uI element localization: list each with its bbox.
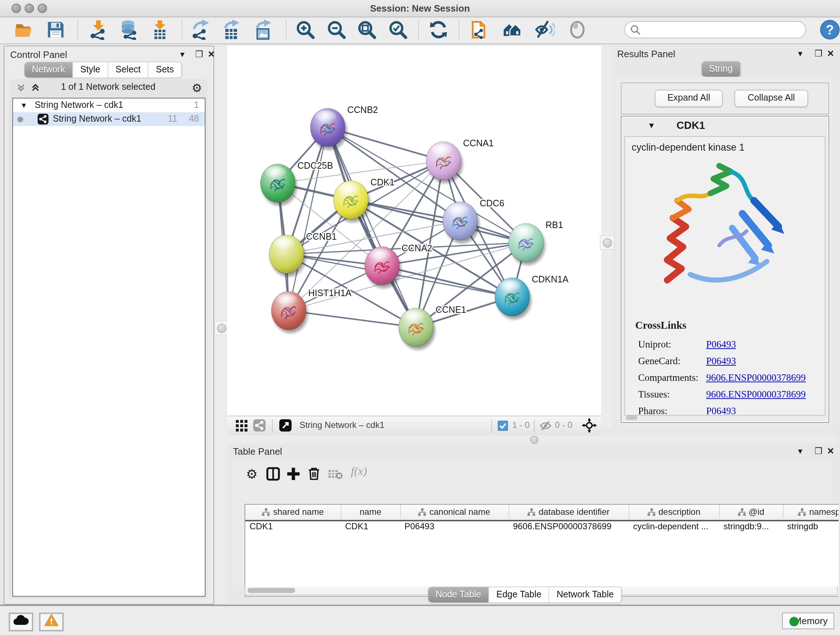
network-from-file-button[interactable]: [470, 19, 490, 40]
column-header-database-identifier[interactable]: database identifier: [508, 505, 630, 518]
table-cell[interactable]: stringdb:9...: [719, 521, 783, 534]
panel-menu-icon[interactable]: ▾: [798, 49, 802, 58]
title-bar: Session: New Session: [0, 0, 840, 17]
zoom-selected-button[interactable]: [388, 19, 408, 40]
column-header--id[interactable]: @id: [719, 505, 783, 518]
tab-node-table[interactable]: Node Table: [428, 587, 489, 602]
zoom-in-button[interactable]: [295, 19, 316, 40]
search-field[interactable]: [624, 21, 806, 38]
horizontal-splitter-handle[interactable]: [531, 436, 538, 444]
tab-network-table[interactable]: Network Table: [549, 587, 622, 602]
export-table-button[interactable]: [221, 19, 242, 40]
network-edge-count: 48: [189, 112, 199, 126]
column-header-canonical-name[interactable]: canonical name: [400, 505, 509, 518]
tab-select[interactable]: Select: [108, 62, 149, 78]
float-panel-icon[interactable]: ❒: [195, 50, 203, 59]
crosslink-link[interactable]: P06493: [706, 339, 736, 350]
show-columns-icon[interactable]: [266, 467, 280, 481]
float-panel-icon[interactable]: ❒: [815, 49, 823, 58]
network-edge[interactable]: [289, 127, 328, 310]
open-in-window-icon[interactable]: [279, 419, 292, 432]
network-canvas[interactable]: CCNB2CCNA1CDC25BCDK1CDC6RB1CCNB1CCNA2CDK…: [227, 46, 601, 416]
home-button[interactable]: [502, 19, 523, 40]
crosslink-link[interactable]: P06493: [706, 356, 736, 367]
delete-column-icon[interactable]: [308, 466, 321, 481]
float-panel-icon[interactable]: ❒: [815, 447, 823, 455]
network-edge[interactable]: [382, 266, 512, 297]
crosslink-link[interactable]: P06493: [706, 405, 736, 416]
table-cell[interactable]: stringdb: [783, 521, 838, 534]
results-scrollbar-thumb[interactable]: [626, 416, 638, 420]
tab-string[interactable]: String: [702, 62, 741, 77]
table-cell[interactable]: cyclin-dependent ...: [629, 521, 719, 534]
cloud-status-button[interactable]: [9, 613, 33, 631]
import-table-button[interactable]: [150, 19, 170, 40]
column-header-name[interactable]: name: [341, 505, 401, 518]
export-network-button[interactable]: [190, 19, 210, 40]
table-cell[interactable]: CDK1: [245, 521, 341, 534]
warning-status-button[interactable]: [39, 613, 64, 631]
hidden-eye-icon[interactable]: [540, 421, 551, 431]
refresh-layout-button[interactable]: [428, 19, 448, 40]
scrollbar-thumb[interactable]: [248, 588, 295, 593]
search-input[interactable]: [644, 22, 799, 37]
network-share-icon[interactable]: [253, 419, 265, 432]
node-table[interactable]: shared namenamecanonical namedatabase id…: [245, 504, 838, 597]
collapse-protein-icon[interactable]: ▼: [647, 121, 655, 130]
function-builder-icon[interactable]: f(x): [351, 465, 367, 478]
table-options-gear-icon[interactable]: ⚙: [246, 468, 257, 481]
crosslink-link[interactable]: 9606.ENSP00000378699: [706, 389, 806, 401]
table-cell[interactable]: P06493: [400, 521, 508, 534]
column-header-description[interactable]: description: [629, 505, 720, 518]
crosslink-link[interactable]: 9606.ENSP00000378699: [706, 372, 806, 384]
table-cell[interactable]: CDK1: [341, 521, 400, 534]
network-collection-row[interactable]: ▼ String Network – cdk1 1: [13, 98, 205, 112]
collapse-all-button[interactable]: Collapse All: [734, 90, 808, 107]
tab-edge-table[interactable]: Edge Table: [489, 587, 549, 602]
zoom-out-button[interactable]: [326, 19, 347, 40]
tab-sets[interactable]: Sets: [149, 62, 182, 78]
close-panel-icon[interactable]: ✕: [827, 49, 834, 58]
help-button[interactable]: ?: [820, 19, 840, 40]
right-splitter[interactable]: [601, 46, 612, 427]
selected-checkbox-icon[interactable]: [498, 421, 508, 431]
left-splitter-handle[interactable]: [214, 321, 229, 335]
network-node-cdc6[interactable]: [443, 202, 479, 243]
node-position-tool-icon[interactable]: [582, 418, 597, 433]
memory-button[interactable]: Memory: [782, 613, 834, 629]
node-label-rb1: RB1: [546, 220, 563, 230]
panel-menu-icon[interactable]: ▾: [798, 447, 802, 455]
render-mode-button[interactable]: [567, 19, 587, 40]
network-row[interactable]: String Network – cdk1 11 48: [13, 112, 205, 126]
close-panel-icon[interactable]: ✕: [827, 447, 834, 455]
network-node-ccne1[interactable]: [399, 308, 435, 350]
network-node-cdkn1a[interactable]: [495, 278, 531, 319]
zoom-fit-button[interactable]: [357, 19, 377, 40]
network-options-gear-icon[interactable]: ⚙: [192, 81, 202, 95]
network-node-ccna2[interactable]: [365, 247, 401, 288]
hide-graphics-details-button[interactable]: [535, 19, 555, 40]
collection-expand-icon[interactable]: ▼: [20, 98, 27, 112]
grid-view-icon[interactable]: [236, 420, 248, 432]
network-node-cdc25b[interactable]: [261, 164, 297, 206]
import-network-button[interactable]: [88, 19, 109, 40]
tab-network[interactable]: Network: [25, 62, 73, 78]
panel-menu-icon[interactable]: ▾: [180, 50, 185, 59]
save-session-button[interactable]: [46, 19, 66, 40]
left-splitter[interactable]: [214, 46, 227, 603]
network-node-rb1[interactable]: [508, 223, 545, 265]
column-header-namespace[interactable]: namespace: [783, 505, 838, 518]
network-node-ccnb2[interactable]: [310, 108, 347, 150]
column-header-shared-name[interactable]: shared name: [245, 505, 341, 518]
horizontal-splitter[interactable]: [214, 435, 837, 443]
open-session-button[interactable]: [14, 19, 34, 40]
tab-style[interactable]: Style: [73, 62, 109, 78]
add-column-icon[interactable]: [286, 467, 300, 481]
export-image-button[interactable]: [253, 19, 273, 40]
import-network-database-button[interactable]: [118, 19, 139, 40]
table-cell[interactable]: 9606.ENSP00000378699: [508, 521, 629, 534]
network-node-cdk1[interactable]: [333, 181, 370, 222]
expand-all-button[interactable]: Expand All: [655, 90, 723, 107]
delete-table-icon[interactable]: [328, 469, 343, 479]
network-node-ccna1[interactable]: [426, 141, 463, 183]
